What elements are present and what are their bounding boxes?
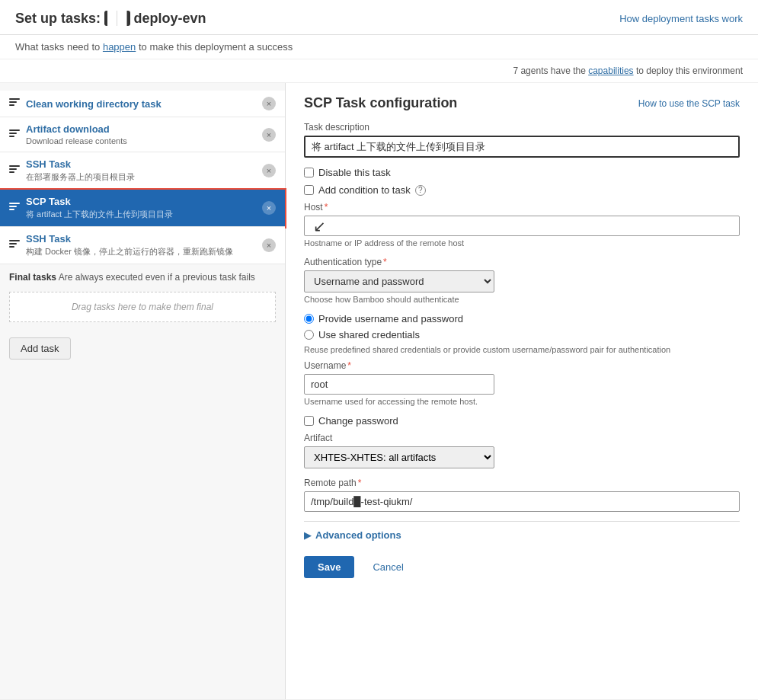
remote-path-input[interactable] [304, 491, 740, 512]
page-subtitle: What tasks need to happen to make this d… [0, 35, 758, 59]
task-remove-artifact[interactable]: × [262, 128, 276, 142]
task-description-label: Task description [304, 122, 740, 133]
agents-bar: 7 agents have the capabilities to deploy… [0, 59, 758, 83]
task-subtitle-scp: 将 artifact 上下载的文件上传到项目目录 [26, 209, 262, 220]
drag-placeholder: Drag tasks here to make them final [9, 292, 276, 322]
main-layout: Clean working directory task × Artifact … [0, 83, 758, 699]
page-title: Set up tasks: ██ deploy-evn [15, 11, 206, 27]
task-remove-ssh1[interactable]: × [262, 164, 276, 177]
add-condition-checkbox[interactable] [304, 185, 314, 195]
save-button[interactable]: Save [304, 556, 354, 578]
host-input-wrapper: ↙ [304, 216, 740, 236]
host-hint: Hostname or IP address of the remote hos… [304, 238, 740, 248]
task-icon-ssh1 [9, 165, 20, 176]
shared-hint: Reuse predefined shared credentials or p… [304, 345, 740, 354]
radio-shared[interactable] [304, 330, 314, 340]
artifact-label: Artifact [304, 433, 740, 443]
scp-header: SCP Task configuration How to use the SC… [304, 95, 740, 111]
task-text-ssh1: SSH Task 在部署服务器上的项目根目录 [26, 158, 262, 183]
title-prefix: Set up tasks: [15, 11, 104, 26]
task-remove-clean[interactable]: × [262, 97, 276, 110]
agents-after: to deploy this environment [636, 66, 743, 76]
add-task-button[interactable]: Add task [9, 337, 71, 360]
task-subtitle-artifact: Download release contents [26, 136, 262, 145]
form-actions: Save Cancel [304, 556, 740, 578]
advanced-label: Advanced options [315, 529, 401, 541]
artifact-select[interactable]: XHTES-XHTES: all artifacts [304, 446, 494, 468]
radio-group: Provide username and password Use shared… [304, 313, 740, 354]
scp-help-link[interactable]: How to use the SCP task [638, 98, 740, 109]
artifact-group: Artifact XHTES-XHTES: all artifacts [304, 433, 740, 468]
task-icon-ssh2 [9, 240, 20, 251]
task-name-ssh1: SSH Task [26, 158, 262, 170]
task-name-ssh2: SSH Task [26, 233, 262, 245]
task-description-group: Task description [304, 122, 740, 158]
task-text-scp: SCP Task 将 artifact 上下载的文件上传到项目目录 [26, 196, 262, 220]
disable-task-label[interactable]: Disable this task [318, 167, 391, 178]
remote-path-group: Remote path [304, 478, 740, 512]
task-item-scp[interactable]: SCP Task 将 artifact 上下载的文件上传到项目目录 × [0, 190, 285, 227]
subtitle-before: What tasks need to [15, 41, 103, 53]
disable-task-row: Disable this task [304, 167, 740, 178]
title-project: deploy-evn [134, 11, 206, 26]
radio-provide[interactable] [304, 314, 314, 324]
radio-provide-label[interactable]: Provide username and password [318, 313, 463, 324]
left-panel: Clean working directory task × Artifact … [0, 83, 286, 699]
right-panel: SCP Task configuration How to use the SC… [286, 83, 758, 699]
radio-shared-row: Use shared credentials [304, 329, 740, 340]
change-password-label[interactable]: Change password [318, 415, 398, 427]
chevron-right-icon: ▶ [304, 530, 311, 541]
auth-type-select[interactable]: Username and password SSH key Shared cre… [304, 270, 494, 292]
final-tasks-label: Final tasks [9, 272, 56, 283]
task-item-ssh2[interactable]: SSH Task 构建 Docker 镜像，停止之前运行的容器，重新跑新镜像 × [0, 227, 285, 264]
task-icon-artifact [9, 129, 20, 140]
page-header: Set up tasks: ██ deploy-evn How deployme… [0, 0, 758, 35]
username-input[interactable] [304, 374, 494, 395]
host-input[interactable] [304, 216, 740, 236]
username-label: Username [304, 360, 740, 371]
task-item-clean[interactable]: Clean working directory task × [0, 91, 285, 117]
subtitle-after: to make this deployment a success [139, 41, 293, 53]
username-hint: Username used for accessing the remote h… [304, 397, 740, 406]
cancel-button[interactable]: Cancel [362, 556, 414, 578]
radio-provide-row: Provide username and password [304, 313, 740, 324]
task-name-scp: SCP Task [26, 196, 262, 207]
advanced-section: ▶ Advanced options [304, 521, 740, 541]
radio-shared-label[interactable]: Use shared credentials [318, 329, 420, 340]
add-condition-row: Add condition to task ? [304, 184, 740, 196]
remote-path-label: Remote path [304, 478, 740, 488]
add-condition-label[interactable]: Add condition to task [318, 184, 411, 196]
advanced-toggle[interactable]: ▶ Advanced options [304, 529, 740, 541]
title-masked: ██ [104, 11, 130, 26]
agents-before: 7 agents have the [513, 66, 588, 76]
change-password-checkbox[interactable] [304, 416, 314, 426]
username-group: Username Username used for accessing the… [304, 360, 740, 406]
task-remove-scp[interactable]: × [262, 201, 276, 215]
host-group: Host ↙ Hostname or IP address of the rem… [304, 202, 740, 248]
task-name-artifact: Artifact download [26, 123, 262, 135]
task-description-input[interactable] [304, 136, 740, 158]
auth-hint: Choose how Bamboo should authenticate [304, 295, 740, 304]
task-text-artifact: Artifact download Download release conte… [26, 123, 262, 145]
task-subtitle-ssh2: 构建 Docker 镜像，停止之前运行的容器，重新跑新镜像 [26, 246, 262, 257]
task-item-ssh1[interactable]: SSH Task 在部署服务器上的项目根目录 × [0, 152, 285, 190]
condition-help-icon[interactable]: ? [415, 185, 426, 196]
capabilities-link[interactable]: capabilities [588, 66, 633, 76]
auth-type-group: Authentication type Username and passwor… [304, 257, 740, 304]
task-remove-ssh2[interactable]: × [262, 238, 276, 252]
task-subtitle-ssh1: 在部署服务器上的项目根目录 [26, 171, 262, 183]
disable-task-checkbox[interactable] [304, 168, 314, 177]
final-tasks-note-text: Are always executed even if a previous t… [59, 272, 255, 283]
scp-config-title: SCP Task configuration [304, 95, 457, 111]
auth-type-label: Authentication type [304, 257, 740, 267]
task-item-artifact[interactable]: Artifact download Download release conte… [0, 117, 285, 152]
host-label: Host [304, 202, 740, 213]
change-password-row: Change password [304, 415, 740, 427]
task-name-clean: Clean working directory task [26, 98, 262, 110]
task-icon-clean [9, 98, 20, 109]
final-tasks-header: Final tasks Are always executed even if … [0, 264, 285, 286]
task-text-ssh2: SSH Task 构建 Docker 镜像，停止之前运行的容器，重新跑新镜像 [26, 233, 262, 257]
task-icon-scp [9, 203, 20, 213]
subtitle-link[interactable]: happen [103, 41, 136, 53]
deployment-help-link[interactable]: How deployment tasks work [619, 13, 743, 24]
